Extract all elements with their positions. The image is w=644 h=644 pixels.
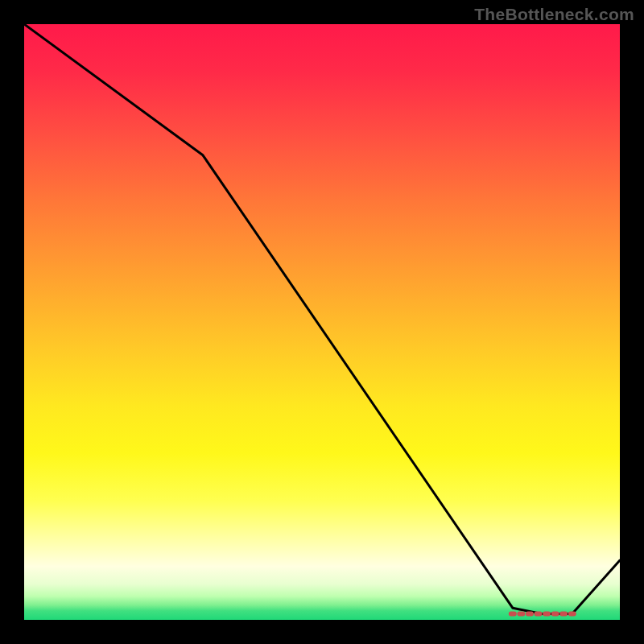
chart-svg — [24, 24, 620, 620]
marker-dot — [543, 612, 551, 617]
marker-dot — [517, 612, 525, 617]
marker-dot — [568, 612, 576, 617]
watermark-text: TheBottleneck.com — [474, 5, 634, 24]
marker-dot — [559, 612, 568, 617]
marker-dot — [535, 612, 543, 617]
marker-dot — [526, 612, 534, 617]
data-line — [24, 24, 620, 614]
chart-container: TheBottleneck.com — [0, 0, 644, 644]
plot-area — [24, 24, 620, 620]
marker-dot — [509, 612, 517, 617]
marker-dot — [551, 612, 559, 617]
